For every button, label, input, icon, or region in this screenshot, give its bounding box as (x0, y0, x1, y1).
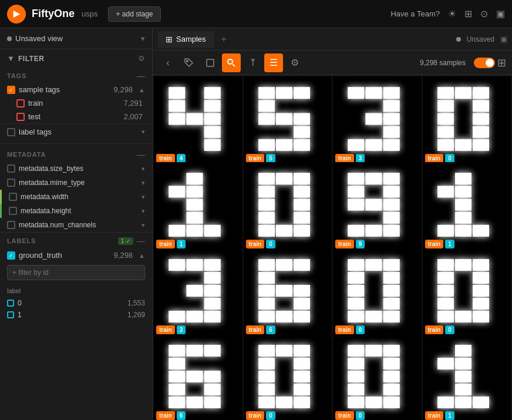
view-toggle-track[interactable] (474, 58, 495, 68)
tag-pill: train (246, 411, 265, 420)
filter-header: ▼ FILTER ⚙ (0, 49, 152, 68)
list-button[interactable]: ☰ (264, 53, 283, 72)
sample-grid: train4train5train3train0train1train0trai… (153, 75, 512, 420)
svg-point-3 (228, 59, 233, 64)
github-icon[interactable]: ⊙ (480, 8, 488, 19)
sample-tag: train0 (335, 325, 365, 334)
digit-canvas (154, 76, 242, 165)
metadata-channels-row[interactable]: metadata.num_channels ▾ (0, 218, 152, 232)
tag-num: 5 (266, 154, 275, 163)
add-stage-button[interactable]: + add stage (108, 6, 160, 22)
metadata-mime-row[interactable]: metadata.mime_type ▾ (0, 176, 152, 190)
tag-pill: train (156, 325, 175, 334)
metadata-size-chevron: ▾ (142, 165, 145, 173)
sample-cell[interactable]: train1 (423, 334, 511, 420)
tag-num: 0 (266, 240, 275, 248)
metadata-height-chevron: ▾ (142, 207, 145, 215)
metadata-height-checkbox[interactable] (9, 207, 17, 215)
tag-pill: train (335, 154, 354, 163)
sample-tags-label: sample tags (19, 85, 110, 94)
sample-cell[interactable]: train4 (154, 76, 242, 165)
sample-cell[interactable]: train3 (333, 76, 422, 165)
labels-section-header: LABELS 1 ✓ — (0, 232, 152, 248)
tag-pill: train (156, 240, 175, 248)
metadata-section-title: METADATA (7, 151, 137, 158)
tag-num: 9 (356, 240, 365, 248)
metadata-height-label: metadata.height (21, 207, 138, 215)
layout-icon[interactable]: ▣ (496, 8, 505, 19)
label-tags-row[interactable]: label tags ▾ (0, 123, 152, 140)
sample-cell[interactable]: train0 (423, 76, 511, 165)
search-button[interactable] (222, 53, 241, 72)
sample-cell[interactable]: train1 (423, 162, 511, 251)
sample-cell[interactable]: train6 (244, 248, 332, 337)
sort-button[interactable]: ⤒ (243, 53, 262, 72)
label-value-1-row[interactable]: 1 1,269 (0, 309, 152, 321)
sample-cell[interactable]: train3 (154, 248, 242, 337)
label-tags-checkbox[interactable] (7, 128, 15, 136)
metadata-width-row[interactable]: metadata.width ▾ (0, 190, 152, 204)
label-1-count: 1,269 (127, 311, 145, 319)
metadata-mime-chevron: ▾ (142, 179, 145, 187)
id-filter-section (0, 263, 152, 283)
sample-cell[interactable]: train9 (333, 162, 422, 251)
test-label: test (28, 112, 120, 121)
have-team-link[interactable]: Have a Team? (390, 9, 440, 18)
sun-icon[interactable]: ☀ (448, 8, 456, 19)
content-area: ⊞ Samples + Unsaved ▣ ‹ ⤒ ☰ ⚙ (153, 28, 512, 420)
back-button[interactable]: ‹ (159, 53, 177, 72)
grid-view-button[interactable]: ⊞ (497, 56, 506, 69)
label-0-checkbox[interactable] (7, 300, 14, 307)
sample-cell[interactable]: train0 (423, 248, 511, 337)
label-1-checkbox[interactable] (7, 311, 14, 318)
grid-icon[interactable]: ⊞ (464, 8, 472, 19)
train-checkbox[interactable] (16, 99, 25, 107)
ground-truth-checkbox[interactable] (7, 251, 15, 260)
labels-collapse-icon[interactable]: — (137, 236, 145, 246)
tag-pill: train (335, 240, 354, 248)
sample-cell[interactable]: train5 (244, 76, 332, 165)
tag-button[interactable] (180, 53, 198, 72)
app-header: FiftyOne usps + add stage Have a Team? ☀… (0, 0, 512, 28)
digit-canvas (244, 76, 332, 165)
test-checkbox[interactable] (16, 113, 25, 121)
ground-truth-row[interactable]: ground_truth 9,298 ▲ (0, 248, 152, 263)
metadata-mime-checkbox[interactable] (7, 179, 15, 187)
metadata-width-label: metadata.width (21, 193, 138, 201)
label-value-0-row[interactable]: 0 1,553 (0, 297, 152, 309)
id-filter-input[interactable] (7, 265, 145, 280)
label-section-title: label (7, 287, 21, 294)
tag-pill: train (335, 411, 354, 420)
sample-tag: train0 (246, 411, 275, 420)
tabs-bar: ⊞ Samples + Unsaved ▣ (153, 28, 512, 51)
metadata-collapse-icon[interactable]: — (137, 150, 145, 159)
metadata-channels-checkbox[interactable] (7, 221, 15, 229)
digit-canvas (244, 248, 332, 337)
samples-tab[interactable]: ⊞ Samples (157, 31, 214, 48)
layout-toggle-icon[interactable]: ▣ (500, 35, 507, 43)
sample-cell[interactable]: train0 (244, 334, 332, 420)
sample-cell[interactable]: train0 (333, 248, 422, 337)
sample-tags-row[interactable]: sample tags 9,298 ▲ (0, 83, 152, 96)
metadata-height-row[interactable]: metadata.height ▾ (0, 204, 152, 218)
tag-pill: train (246, 325, 265, 334)
settings-button[interactable]: ⚙ (285, 53, 304, 72)
digit-canvas (154, 334, 242, 420)
metadata-size-row[interactable]: metadata.size_bytes ▾ (0, 162, 152, 176)
sample-tags-checkbox[interactable] (7, 86, 15, 94)
metadata-width-checkbox[interactable] (9, 193, 17, 201)
add-tab-button[interactable]: + (217, 32, 231, 47)
metadata-size-checkbox[interactable] (7, 164, 15, 173)
label-button[interactable] (201, 53, 220, 72)
sample-cell[interactable]: train0 (244, 162, 332, 251)
tag-num: 6 (177, 411, 186, 420)
sample-cell[interactable]: train6 (154, 334, 242, 420)
train-tag-row[interactable]: train 7,291 (0, 96, 152, 110)
test-tag-row[interactable]: test 2,007 (0, 110, 152, 123)
sample-cell[interactable]: train1 (154, 162, 242, 251)
tags-collapse-icon[interactable]: — (137, 71, 145, 80)
sample-cell[interactable]: train0 (333, 334, 422, 420)
metadata-section-header: METADATA — (0, 143, 152, 162)
view-selector[interactable]: Unsaved view ▾ (0, 28, 152, 49)
filter-settings-icon[interactable]: ⚙ (138, 54, 145, 63)
